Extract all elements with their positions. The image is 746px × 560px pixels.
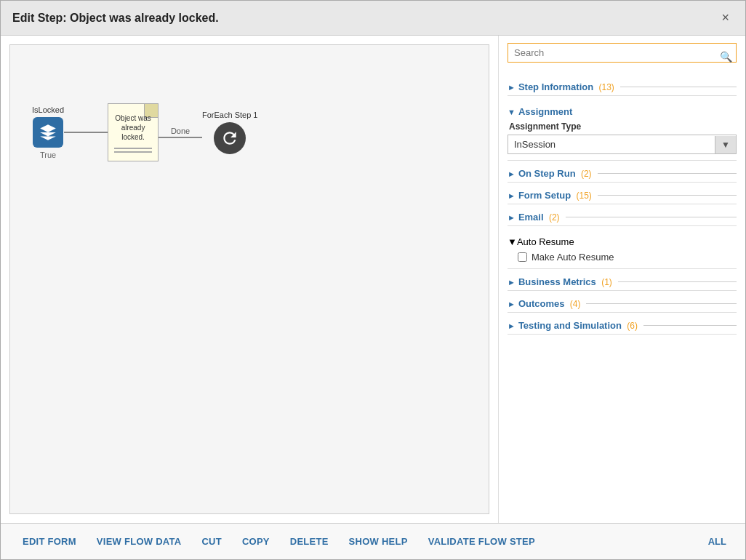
auto-resume-content: Make Auto Resume	[508, 252, 737, 263]
testing-simulation-count: (6)	[625, 321, 638, 331]
outcomes-divider	[586, 303, 737, 304]
edit-step-dialog: Edit Step: Object was already locked. × …	[0, 0, 746, 560]
show-help-button[interactable]: SHOW HELP	[339, 532, 418, 551]
edit-form-button[interactable]: EDIT FORM	[12, 532, 87, 551]
step-information-section[interactable]: ► Step Information (13)	[508, 77, 737, 96]
testing-simulation-title: Testing and Simulation	[518, 320, 622, 331]
on-step-run-arrow-icon: ►	[508, 169, 516, 178]
assignment-type-select-wrapper: InSession Workbasket ToOperator ▼	[508, 135, 737, 154]
business-metrics-title: Business Metrics	[518, 276, 596, 287]
right-panel: 🔍 ► Step Information (13) ▼ Assignment A…	[498, 36, 745, 523]
islocked-node: IsLocked True	[32, 105, 64, 159]
assignment-header[interactable]: ▼ Assignment	[508, 103, 737, 121]
form-setup-divider	[598, 195, 737, 196]
testing-simulation-arrow-icon: ►	[508, 321, 516, 330]
assignment-content: Assignment Type InSession Workbasket ToO…	[508, 121, 737, 154]
on-step-run-section[interactable]: ► On Step Run (2)	[508, 164, 737, 183]
step-info-arrow-icon: ►	[508, 83, 516, 92]
on-step-run-title: On Step Run	[518, 168, 576, 179]
form-setup-title: Form Setup	[518, 190, 571, 201]
make-auto-resume-checkbox[interactable]	[518, 252, 527, 262]
outcomes-arrow-icon: ►	[508, 300, 516, 308]
auto-resume-arrow-icon: ▼	[508, 236, 517, 247]
business-metrics-arrow-icon: ►	[508, 278, 516, 287]
view-flow-data-button[interactable]: VIEW FLOW DATA	[87, 532, 192, 551]
business-metrics-divider	[618, 281, 737, 282]
node1-icon[interactable]	[33, 117, 63, 148]
auto-resume-section: ▼ Auto Resume Make Auto Resume	[508, 229, 737, 269]
form-setup-count: (15)	[574, 191, 592, 201]
dialog-title: Edit Step: Object was already locked.	[12, 12, 219, 25]
cube-icon	[39, 123, 57, 142]
step-info-count: (13)	[596, 82, 614, 92]
footer-toolbar: EDIT FORM VIEW FLOW DATA CUT COPY DELETE…	[1, 523, 745, 559]
doc-shape: Object was already locked.	[108, 103, 159, 161]
business-metrics-section[interactable]: ► Business Metrics (1)	[508, 272, 737, 291]
node1-sublabel: True	[40, 151, 56, 159]
step-info-title: Step Information	[518, 81, 593, 92]
assignment-section: ▼ Assignment Assignment Type InSession W…	[508, 99, 737, 161]
doc-node[interactable]: Object was already locked.	[108, 103, 159, 161]
assignment-type-select[interactable]: InSession Workbasket ToOperator	[508, 135, 715, 153]
assignment-arrow-icon: ▼	[508, 108, 516, 116]
outcomes-title: Outcomes	[518, 298, 565, 309]
outcomes-count: (4)	[567, 299, 580, 309]
auto-resume-title: Auto Resume	[517, 236, 574, 247]
email-count: (2)	[547, 212, 560, 223]
doc-text: Object was already locked.	[113, 113, 153, 152]
on-step-run-divider	[598, 173, 737, 174]
testing-simulation-section[interactable]: ► Testing and Simulation (6)	[508, 316, 737, 335]
testing-simulation-divider	[643, 325, 737, 326]
dialog-header: Edit Step: Object was already locked. ×	[1, 1, 745, 36]
email-divider	[566, 217, 737, 217]
all-button[interactable]: ALL	[701, 532, 734, 551]
form-setup-arrow-icon: ►	[508, 191, 516, 200]
node2-label: ForEach Step 1	[202, 111, 257, 119]
form-setup-section[interactable]: ► Form Setup (15)	[508, 185, 737, 204]
connector2: Done	[159, 127, 202, 138]
delete-button[interactable]: DELETE	[280, 532, 339, 551]
email-title: Email	[518, 212, 544, 223]
line1	[64, 132, 108, 133]
on-step-run-count: (2)	[579, 169, 592, 179]
outcomes-section[interactable]: ► Outcomes (4)	[508, 294, 737, 313]
close-button[interactable]: ×	[717, 9, 734, 27]
connector1	[64, 132, 108, 133]
email-arrow-icon: ►	[508, 213, 516, 222]
make-auto-resume-label: Make Auto Resume	[532, 252, 614, 263]
circular-icon[interactable]	[214, 122, 246, 154]
refresh-icon	[220, 129, 239, 148]
assignment-type-label: Assignment Type	[509, 121, 737, 132]
dialog-body: IsLocked True Object was already lock	[1, 36, 745, 523]
step-info-divider	[620, 87, 737, 87]
flow-diagram: IsLocked True Object was already lock	[32, 103, 257, 161]
connector2-label: Done	[171, 127, 190, 135]
assignment-title: Assignment	[518, 106, 572, 117]
auto-resume-header[interactable]: ▼ Auto Resume	[508, 233, 737, 252]
cut-button[interactable]: CUT	[191, 532, 232, 551]
assignment-type-dropdown-button[interactable]: ▼	[715, 136, 736, 153]
validate-flow-step-button[interactable]: VALIDATE FLOW STEP	[418, 532, 545, 551]
search-button[interactable]: 🔍	[720, 51, 732, 63]
business-metrics-count: (1)	[599, 277, 612, 287]
node1-label: IsLocked	[32, 105, 64, 114]
canvas-area: IsLocked True Object was already lock	[9, 44, 489, 514]
email-section[interactable]: ► Email (2)	[508, 207, 737, 226]
line2	[159, 137, 202, 138]
foreach-node: ForEach Step 1	[202, 111, 257, 154]
search-wrapper: 🔍	[508, 43, 737, 70]
copy-button[interactable]: COPY	[232, 532, 280, 551]
search-input[interactable]	[508, 43, 737, 63]
